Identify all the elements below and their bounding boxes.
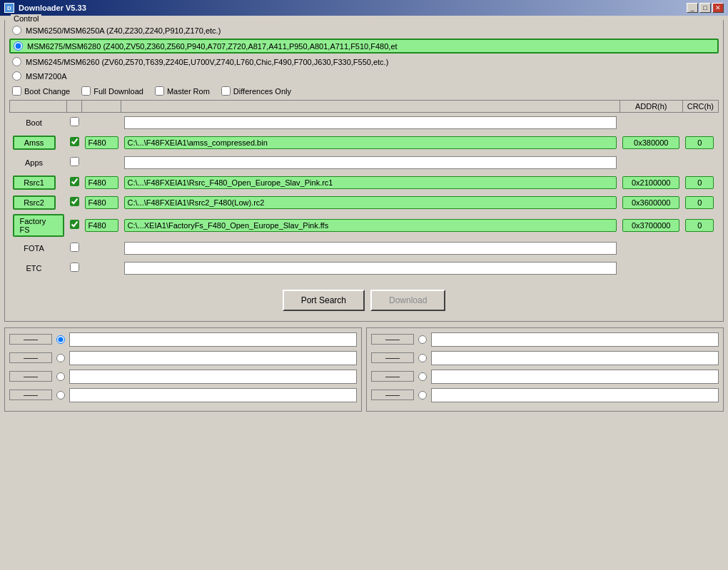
table-row-amss: AmssF480C:\...\F48FXEIA1\amss_compressed… <box>10 133 719 153</box>
checkbox-master-rom[interactable]: Master Rom <box>155 86 210 96</box>
row-crc-3: 0 <box>685 176 714 189</box>
bottom-input-3[interactable] <box>431 388 719 402</box>
bottom-input-2[interactable] <box>69 370 357 384</box>
bottom-radio-1[interactable] <box>418 354 427 362</box>
row-crc-5: 0 <box>685 219 714 232</box>
row-file-empty-6[interactable] <box>124 242 617 255</box>
bottom-radio-0[interactable] <box>56 335 65 344</box>
checkbox-boot-change-label: Boot Change <box>24 87 70 96</box>
row-file-4[interactable]: C:\...\F48FXEIA1\Rsrc2_F480(Low).rc2 <box>124 196 617 209</box>
bottom-label-3: —— <box>9 390 52 400</box>
row-crc-1: 0 <box>685 136 714 149</box>
col-header-model <box>82 101 121 113</box>
bottom-label-2: —— <box>9 371 52 382</box>
table-row-etc: ETC <box>10 258 719 278</box>
bottom-input-0[interactable] <box>431 332 719 347</box>
row-check-4[interactable] <box>70 197 79 206</box>
row-label-7: ETC <box>13 263 56 274</box>
file-table: ADDR(h) CRC(h) BootAmssF480C:\...\F48FXE… <box>9 100 719 278</box>
row-check-3[interactable] <box>70 177 79 186</box>
radio-input-2[interactable] <box>12 57 21 66</box>
table-row-fota: FOTA <box>10 238 719 258</box>
checkbox-master-rom-label: Master Rom <box>167 87 210 96</box>
row-label-5: Factory FS <box>13 214 64 237</box>
radio-option-3[interactable]: MSM7200A <box>9 70 719 82</box>
minimize-button[interactable]: _ <box>687 3 698 13</box>
row-check-5[interactable] <box>70 220 79 229</box>
bottom-radio-3[interactable] <box>418 391 427 399</box>
bottom-row-0: —— <box>371 332 719 347</box>
checkbox-master-rom-input[interactable] <box>155 86 164 96</box>
row-label-3: Rsrc1 <box>13 175 56 190</box>
bottom-radio-2[interactable] <box>56 372 65 381</box>
row-file-empty-7[interactable] <box>124 262 617 275</box>
checkbox-differences-only[interactable]: Differences Only <box>221 86 291 96</box>
title-buttons: _ □ ✕ <box>687 3 724 13</box>
checkbox-full-download-input[interactable] <box>81 86 91 96</box>
row-check-1[interactable] <box>70 137 79 146</box>
bottom-section: ———————— ———————— <box>4 327 724 412</box>
row-file-empty-2[interactable] <box>124 156 617 169</box>
port-search-button[interactable]: Port Search <box>283 290 365 311</box>
bottom-row-3: —— <box>9 388 357 402</box>
bottom-label-1: —— <box>371 352 414 363</box>
bottom-row-2: —— <box>371 370 719 384</box>
close-button[interactable]: ✕ <box>712 3 724 13</box>
bottom-radio-3[interactable] <box>56 391 65 399</box>
group-label: Control <box>11 14 41 23</box>
row-check-2[interactable] <box>70 157 79 166</box>
checkbox-boot-change[interactable]: Boot Change <box>12 86 70 96</box>
button-row: Port Search Download <box>9 284 719 317</box>
bottom-right-panel: ———————— <box>366 327 724 412</box>
row-file-3[interactable]: C:\...\F48FXEIA1\Rsrc_F480_Open_Europe_S… <box>124 176 617 189</box>
col-header-addr: ADDR(h) <box>620 101 682 113</box>
row-file-empty-0[interactable] <box>124 116 617 129</box>
row-check-6[interactable] <box>70 243 79 252</box>
bottom-input-0[interactable] <box>69 332 357 347</box>
title-bar: D Downloader V5.33 _ □ ✕ <box>0 0 728 16</box>
row-model-4: F480 <box>85 196 118 209</box>
radio-option-1[interactable]: MSM6275/MSM6280 (Z400,ZV50,Z360,Z560,P94… <box>9 39 719 54</box>
bottom-radio-1[interactable] <box>56 354 65 362</box>
radio-label-2: MSM6245/MSM6260 (ZV60,Z570,T639,Z240E,U7… <box>26 58 388 66</box>
row-file-1[interactable]: C:\...\F48FXEIA1\amss_compressed.bin <box>124 136 617 149</box>
row-model-5: F480 <box>85 219 118 232</box>
checkbox-boot-change-input[interactable] <box>12 86 21 96</box>
col-header-crc: CRC(h) <box>682 101 718 113</box>
bottom-label-1: —— <box>9 352 52 363</box>
radio-option-0[interactable]: MSM6250/MSM6250A (Z40,Z230,Z240,P910,Z17… <box>9 24 719 36</box>
bottom-input-2[interactable] <box>431 370 719 384</box>
window-title: Downloader V5.33 <box>19 4 86 12</box>
row-check-0[interactable] <box>70 117 79 126</box>
checkbox-differences-only-label: Differences Only <box>233 87 291 96</box>
radio-input-0[interactable] <box>12 26 21 35</box>
restore-button[interactable]: □ <box>699 3 711 13</box>
row-check-7[interactable] <box>70 263 79 272</box>
col-header-name <box>10 101 67 113</box>
bottom-radio-2[interactable] <box>418 372 427 381</box>
main-window: Control MSM6250/MSM6250A (Z40,Z230,Z240,… <box>0 16 728 570</box>
row-addr-4: 0x3600000 <box>622 196 679 209</box>
col-header-check <box>67 101 82 113</box>
table-row-rsrc2: Rsrc2F480C:\...\F48FXEIA1\Rsrc2_F480(Low… <box>10 193 719 213</box>
radio-input-3[interactable] <box>12 71 21 81</box>
bottom-input-3[interactable] <box>69 388 357 402</box>
radio-container: MSM6250/MSM6250A (Z40,Z230,Z240,P910,Z17… <box>9 24 719 82</box>
checkbox-full-download[interactable]: Full Download <box>81 86 143 96</box>
bottom-input-1[interactable] <box>69 351 357 365</box>
checkbox-row: Boot Change Full Download Master Rom Dif… <box>12 86 716 96</box>
bottom-row-0: —— <box>9 332 357 347</box>
bottom-row-1: —— <box>371 351 719 365</box>
bottom-radio-0[interactable] <box>418 335 427 344</box>
bottom-label-0: —— <box>9 334 52 345</box>
download-button[interactable]: Download <box>370 290 445 311</box>
checkbox-differences-only-input[interactable] <box>221 86 231 96</box>
bottom-input-1[interactable] <box>431 351 719 365</box>
row-file-5[interactable]: C:\...XEIA1\FactoryFs_F480_Open_Europe_S… <box>124 219 617 232</box>
checkbox-full-download-label: Full Download <box>93 87 143 96</box>
row-addr-1: 0x380000 <box>622 136 679 149</box>
radio-option-2[interactable]: MSM6245/MSM6260 (ZV60,Z570,T639,Z240E,U7… <box>9 56 719 68</box>
row-addr-5: 0x3700000 <box>622 219 679 232</box>
bottom-row-3: —— <box>371 388 719 402</box>
radio-input-1[interactable] <box>14 41 23 51</box>
